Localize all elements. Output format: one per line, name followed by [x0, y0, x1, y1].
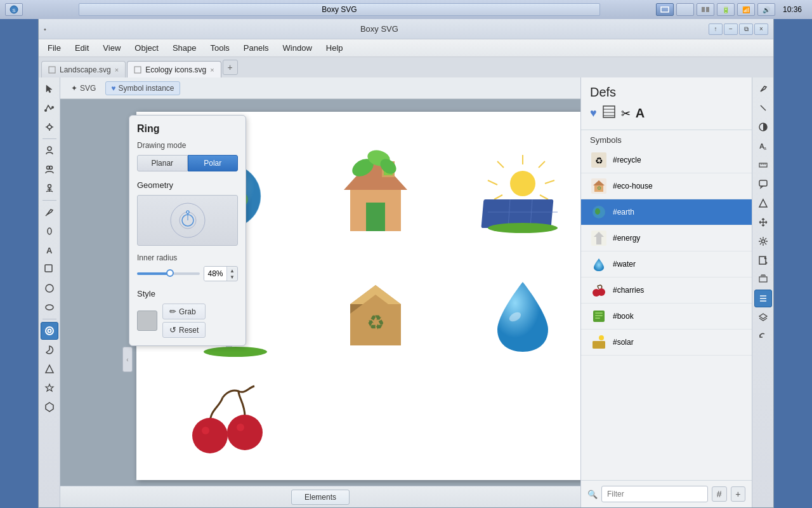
person-tool-btn[interactable] — [41, 142, 58, 159]
rt-ruler-btn[interactable] — [754, 156, 772, 174]
svg-text:♻: ♻ — [595, 156, 603, 166]
os-taskbar-btn-1[interactable] — [676, 3, 694, 16]
os-app-icon[interactable]: S — [5, 3, 23, 16]
canvas-icon-ecohouse — [337, 149, 414, 237]
app-expand-btn[interactable]: ↑ — [709, 23, 723, 35]
reset-btn[interactable]: ↺ Reset — [162, 322, 206, 338]
svg-text:a: a — [764, 146, 766, 150]
rt-undo-btn[interactable] — [754, 328, 772, 345]
symbol-item-earth[interactable]: #earth — [581, 199, 752, 225]
svg-rect-2 — [661, 7, 669, 12]
os-taskbar-btn-2[interactable] — [697, 3, 714, 16]
group-tool-btn[interactable] — [41, 161, 58, 178]
os-taskbar-network: 📶 — [737, 3, 755, 16]
pie-tool-btn[interactable] — [41, 341, 58, 359]
rt-contrast-btn[interactable] — [754, 118, 772, 136]
rt-settings-btn[interactable] — [754, 232, 772, 250]
tab-add-btn[interactable]: + — [223, 60, 238, 75]
symbol-item-solar[interactable]: #solar — [581, 330, 752, 356]
symbol-item-energy[interactable]: #energy — [581, 225, 752, 251]
filter-input[interactable] — [601, 486, 708, 502]
elements-btn[interactable]: Elements — [291, 490, 350, 505]
pencil-tool-btn[interactable] — [41, 222, 58, 240]
rt-layers-btn[interactable] — [754, 309, 772, 326]
defs-text-icon[interactable]: A — [636, 106, 645, 121]
menu-view[interactable]: View — [96, 41, 127, 55]
filter-hash-btn[interactable]: # — [712, 486, 727, 502]
breadcrumb-instance-label: Symbol instance — [118, 84, 174, 93]
rt-triangle-btn[interactable] — [754, 194, 772, 212]
rt-library-btn[interactable] — [754, 271, 772, 288]
style-color-swatch[interactable] — [137, 311, 157, 331]
tab-landscape-close[interactable]: × — [115, 66, 119, 74]
planar-btn[interactable]: Planar — [137, 155, 188, 171]
filter-add-btn[interactable]: + — [731, 486, 746, 502]
menu-help[interactable]: Help — [320, 41, 350, 55]
symbol-item-charries[interactable]: #charries — [581, 277, 752, 304]
zoom-tool-btn[interactable] — [41, 260, 58, 278]
style-controls: ✏ Grab ↺ Reset — [137, 304, 238, 338]
rt-export-btn[interactable] — [754, 251, 772, 269]
app-maximize-btn[interactable]: ⧉ — [739, 23, 753, 35]
os-taskbar-app-btn[interactable] — [656, 3, 674, 16]
app-window-controls: ↑ − ⧉ × — [709, 23, 768, 35]
menu-window[interactable]: Window — [277, 41, 318, 55]
app-close-btn[interactable]: × — [754, 23, 768, 35]
defs-icons: ♥ ✂ A — [590, 105, 743, 122]
rt-pen-btn[interactable] — [754, 80, 772, 98]
pan-tool-btn[interactable] — [41, 118, 58, 136]
menu-edit[interactable]: Edit — [69, 41, 95, 55]
radius-slider-thumb[interactable] — [166, 269, 174, 277]
svg-point-66 — [237, 424, 244, 431]
text-tool-btn[interactable]: A — [41, 241, 58, 259]
symbol-name-book: #book — [613, 312, 634, 321]
select-tool-btn[interactable] — [41, 80, 58, 98]
polar-btn[interactable]: Polar — [188, 155, 239, 171]
breadcrumb-symbol-instance[interactable]: ♥ Symbol instance — [105, 81, 180, 95]
anchor-tool-btn[interactable] — [41, 180, 58, 197]
svg-point-20 — [48, 330, 51, 333]
tab-ecology-close[interactable]: × — [210, 66, 214, 74]
symbol-item-recycle[interactable]: ♻ #recycle — [581, 147, 752, 173]
pen-tool-btn[interactable] — [41, 203, 58, 221]
canvas-handle[interactable]: ‹ — [122, 347, 133, 372]
menu-tools[interactable]: Tools — [204, 41, 235, 55]
radius-arrows: ▲ ▼ — [227, 267, 237, 280]
triangle-tool-btn[interactable] — [41, 360, 58, 378]
symbol-item-book[interactable]: #book — [581, 304, 752, 330]
defs-scissors-icon[interactable]: ✂ — [621, 107, 631, 121]
menu-panels[interactable]: Panels — [237, 41, 275, 55]
tab-ecology-label: Ecology icons.svg — [145, 65, 206, 74]
app-minimize-btn[interactable]: − — [724, 23, 738, 35]
shape-tool-btn[interactable] — [41, 298, 58, 316]
radius-down-arrow[interactable]: ▼ — [227, 274, 237, 280]
tab-landscape[interactable]: Landscape.svg × — [41, 61, 126, 77]
breadcrumb-svg[interactable]: ✦ SVG — [65, 81, 102, 95]
svg-text:⚙: ⚙ — [597, 185, 601, 191]
tab-ecology[interactable]: Ecology icons.svg × — [127, 61, 221, 77]
menu-object[interactable]: Object — [128, 41, 165, 55]
svg-rect-80 — [596, 237, 601, 244]
polygon-tool-btn[interactable] — [41, 398, 58, 416]
node-tool-btn[interactable] — [41, 99, 58, 117]
ring-tool-btn[interactable] — [41, 322, 58, 340]
rt-text-size-btn[interactable]: Aa — [754, 137, 772, 155]
rt-move-btn[interactable] — [754, 213, 772, 231]
radius-slider[interactable] — [137, 272, 200, 275]
svg-rect-98 — [759, 180, 767, 186]
app-titlebar-dot: • — [44, 25, 46, 33]
symbol-item-eco-house[interactable]: ⚙ #eco-house — [581, 173, 752, 199]
grab-btn[interactable]: ✏ Grab — [162, 304, 206, 319]
symbol-item-water[interactable]: #water — [581, 251, 752, 277]
os-taskbar-battery: 🔋 — [717, 3, 735, 16]
defs-heart-icon[interactable]: ♥ — [590, 107, 597, 120]
star-tool-btn[interactable] — [41, 379, 58, 397]
rt-line-btn[interactable] — [754, 99, 772, 117]
ellipse-tool-btn[interactable] — [41, 279, 58, 297]
menu-shape[interactable]: Shape — [166, 41, 203, 55]
defs-hatch-icon[interactable] — [602, 105, 616, 122]
rt-comment-btn[interactable] — [754, 175, 772, 193]
radius-up-arrow[interactable]: ▲ — [227, 267, 237, 274]
menu-file[interactable]: File — [41, 41, 67, 55]
rt-list-btn[interactable] — [754, 290, 772, 307]
